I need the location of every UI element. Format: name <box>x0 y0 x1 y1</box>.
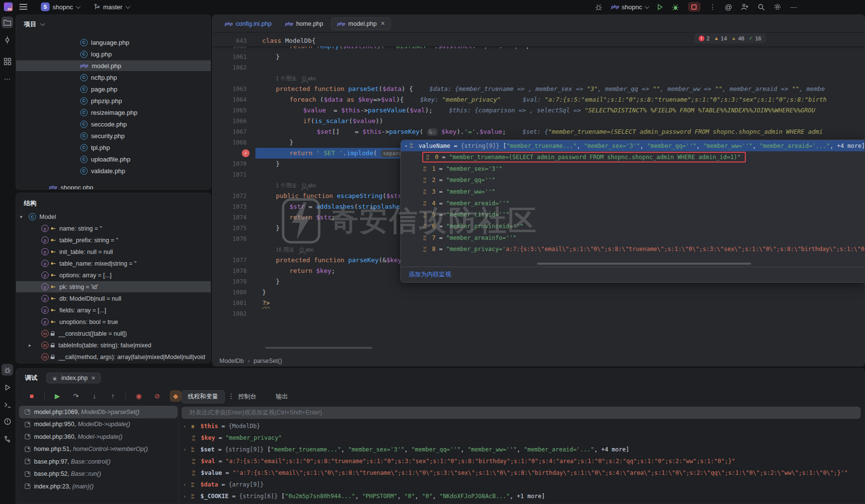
project-file-resizeimage.php[interactable]: Cresizeimage.php <box>16 107 211 118</box>
run-toolwindow-icon[interactable] <box>1 381 13 393</box>
stack-frame[interactable]: home.php:51, homeControl->memberOp() <box>19 443 178 456</box>
project-toolwindow-icon[interactable] <box>1 17 13 28</box>
stack-frame[interactable]: model.php:950, ModelDb->update() <box>19 418 178 431</box>
more-toolwindows-icon[interactable]: ⋯ <box>1 73 13 85</box>
run-config-selector[interactable]: php shopnc <box>611 3 648 11</box>
project-file-language.php[interactable]: Clanguage.php <box>16 37 211 48</box>
popup-array-item-0[interactable]: 0 = "member_truename=(SELECT admin_passw… <box>401 151 865 163</box>
line-number[interactable]: 1074 <box>213 212 255 223</box>
project-file-phpzip.php[interactable]: Cphpzip.php <box>16 95 211 106</box>
line-number[interactable]: 1078 <box>213 266 255 276</box>
close-icon[interactable]: ✕ <box>380 20 385 27</box>
debug-session-tab[interactable]: index.php ✕ <box>46 373 101 383</box>
search-icon[interactable] <box>757 3 765 11</box>
line-number[interactable]: 1067 <box>213 126 255 137</box>
chevron-collapsed-icon[interactable]: ▸ <box>29 342 31 348</box>
variable-row-$set[interactable]: ›$set = {string[9]} ["member_truename...… <box>183 444 865 455</box>
structure-item[interactable]: m__construct([table = null]) <box>16 328 211 339</box>
stack-frame[interactable]: model.php:1069, ModelDb->parseSet() <box>19 406 178 418</box>
line-number[interactable]: 1073 <box>213 201 255 212</box>
breadcrumb[interactable]: ModelDb › parseSet() <box>219 355 282 366</box>
variable-row-$this[interactable]: ›≣$this = {ModelDb} <box>183 420 865 432</box>
line-number[interactable]: 1082 <box>213 308 255 319</box>
project-widget[interactable]: S shopnc <box>41 2 79 11</box>
terminal-toolwindow-icon[interactable] <box>1 399 13 411</box>
structure-item[interactable]: ▸mtableInfo(table: string): false|mixed <box>16 340 211 351</box>
settings-gear-icon[interactable] <box>774 3 781 11</box>
line-number[interactable]: 1081 <box>213 298 255 308</box>
minimize-icon[interactable]: — <box>790 3 797 11</box>
editor-tab-model.php[interactable]: phpmodel.php✕ <box>331 18 391 30</box>
popup-array-item-3[interactable]: 3 = "member_ww=''" <box>401 186 865 198</box>
debug-toolwindow-icon[interactable] <box>1 364 13 376</box>
structure-item[interactable]: ptable_name: mixed|string = '' <box>16 258 211 269</box>
editor-tab-home.php[interactable]: phphome.php <box>280 18 328 30</box>
variable-row-$key[interactable]: $key = "member_privacy" <box>183 432 865 444</box>
problems-toolwindow-icon[interactable] <box>1 415 13 427</box>
line-number[interactable]: 1079 <box>213 276 255 287</box>
debug-button[interactable] <box>672 3 679 11</box>
editor-hscrollbar[interactable] <box>265 347 372 349</box>
popup-array-item-6[interactable]: 6 = "member_provinceid=''" <box>401 220 865 232</box>
mute-breakpoints-button[interactable]: ◉ <box>133 390 144 402</box>
structure-item[interactable]: poptions: array = [...] <box>16 270 211 281</box>
line-number[interactable]: 1063 <box>213 84 255 94</box>
popup-array-item-4[interactable]: 4 = "member_areaid=''" <box>401 198 865 209</box>
line-number[interactable]: 1064 <box>213 94 255 105</box>
line-number[interactable]: 1066 <box>213 116 255 126</box>
variable-row-$val[interactable]: $val = "a:7:{s:5:"email";s:1:"0";s:8:"tr… <box>183 455 865 467</box>
line-number[interactable]: 1061 <box>213 52 255 62</box>
project-file-log.php[interactable]: Clog.php <box>16 49 211 59</box>
debug-view-tab[interactable]: 线程和变量 <box>181 390 225 403</box>
add-inline-watch-link[interactable]: 添加为内联监视 <box>409 270 451 279</box>
popup-hscrollbar[interactable] <box>537 263 751 265</box>
project-file-seccode.php[interactable]: Cseccode.php <box>16 119 211 129</box>
line-number[interactable]: 1065 <box>213 105 255 116</box>
step-into-button[interactable]: ↓ <box>89 390 100 402</box>
inspections-widget[interactable]: !2 ▲14 ▲48 ✓16 <box>694 33 766 43</box>
line-number[interactable]: 1062 <box>213 62 255 73</box>
project-file-page.php[interactable]: Cpage.php <box>16 84 211 94</box>
project-file-model.php[interactable]: phpmodel.php <box>16 60 211 71</box>
stack-frame[interactable]: index.php:23, {main}() <box>19 480 178 493</box>
main-menu-icon[interactable] <box>19 4 27 10</box>
project-file-security.php[interactable]: Csecurity.php <box>16 130 211 141</box>
structure-item[interactable]: pfields: array = [...] <box>16 305 211 316</box>
chevron-expanded-icon[interactable]: ▾ <box>20 214 22 219</box>
stop-button[interactable]: ■ <box>26 390 37 402</box>
variable-row-$data[interactable]: ›$data = {array[9]} <box>183 479 865 490</box>
more-actions-icon[interactable]: ⋮ <box>709 3 716 11</box>
structure-item[interactable]: ppk: string = 'id' <box>16 281 211 292</box>
popup-array-item-7[interactable]: 7 = "member_areainfo=''" <box>401 232 865 244</box>
project-file-ncftp.php[interactable]: Cncftp.php <box>16 72 211 83</box>
line-number[interactable]: 1072 <box>213 191 255 201</box>
vcs-toolwindow-icon[interactable] <box>1 433 13 445</box>
line-number[interactable]: 1075 <box>213 223 255 234</box>
line-number[interactable]: 1070 <box>213 159 255 169</box>
commit-toolwindow-icon[interactable] <box>1 34 13 46</box>
popup-array-item-8[interactable]: 8 = "member_privacy='a:7:{s:5:\"email\";… <box>401 244 865 255</box>
popup-array-item-1[interactable]: 1 = "member_sex='3'" <box>401 163 865 175</box>
popup-array-item-5[interactable]: 5 = "member_cityid=''" <box>401 209 865 220</box>
run-button[interactable] <box>657 4 663 10</box>
structure-item[interactable]: pname: string = '' <box>16 223 211 234</box>
project-file-uploadfile.php[interactable]: Cuploadfile.php <box>16 154 211 164</box>
add-user-icon[interactable] <box>741 3 749 10</box>
git-branch-widget[interactable]: master <box>94 3 129 11</box>
editor-tab-config.ini.php[interactable]: phpconfig.ini.php <box>219 18 277 30</box>
chevron-expanded-icon[interactable]: ▾ <box>405 144 407 148</box>
structure-item[interactable]: punoptions: bool = true <box>16 316 211 327</box>
popup-header-row[interactable]: ▾ valueName = {string[9]} ["member_truen… <box>401 140 865 151</box>
line-number[interactable]: 1071 <box>213 169 255 180</box>
close-icon[interactable]: ✕ <box>91 375 95 381</box>
project-file-shopnc.php[interactable]: phpshopnc.php <box>16 182 211 190</box>
chevron-collapsed-icon[interactable]: › <box>183 447 191 452</box>
structure-item[interactable]: pinit_table: null = null <box>16 246 211 257</box>
stop-button[interactable] <box>688 2 701 12</box>
line-number[interactable]: 1080 <box>213 287 255 298</box>
evaluate-expression-input[interactable]: 对表达式求值(Enter)或添加监视(Ctrl+Shift+Enter) <box>181 407 861 419</box>
structure-item[interactable]: pdb: ModelDb|null = null <box>16 293 211 304</box>
step-over-button[interactable]: ↷ <box>70 390 82 402</box>
debug-view-tab[interactable]: 控制台 <box>233 391 263 403</box>
stack-frame[interactable]: base.php:97, Base::control() <box>19 455 178 468</box>
